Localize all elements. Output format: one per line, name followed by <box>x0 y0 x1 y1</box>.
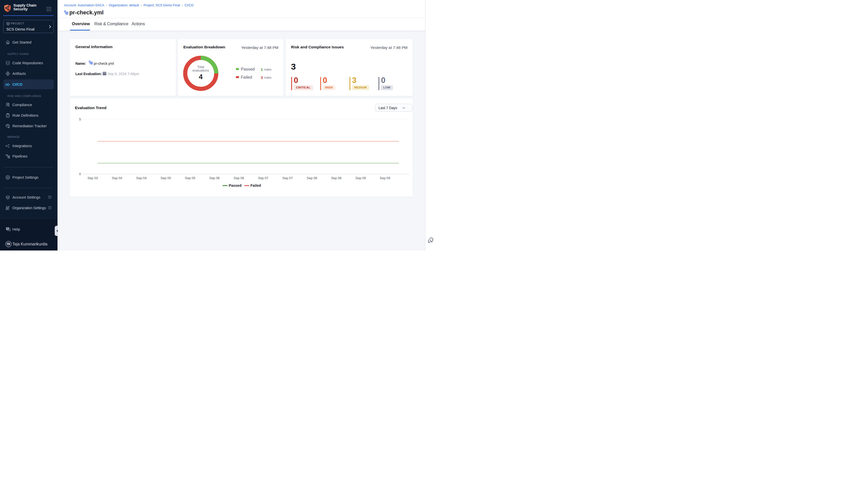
svg-text:?: ? <box>7 227 8 230</box>
